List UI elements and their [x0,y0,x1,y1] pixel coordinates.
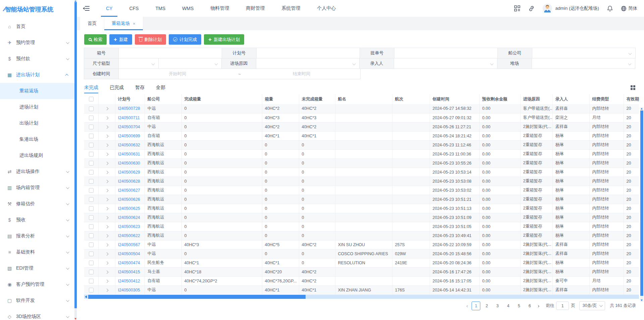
result-tab[interactable]: 已完成 [110,82,124,93]
plan-no-link[interactable]: I240500629 [118,170,140,175]
result-tab[interactable]: 全部 [156,82,165,93]
nav-item-cy[interactable]: CY [98,0,121,17]
plan-no-link[interactable]: I240500412 [118,279,140,283]
nav-item-商财管理[interactable]: 商财管理 [237,0,273,17]
bl-no-input[interactable] [394,48,497,58]
plan-no-link[interactable]: I240500474 [118,261,140,265]
language-switch[interactable]: 简体 [621,5,637,11]
horizontal-scrollbar-thumb[interactable] [88,295,306,299]
row-checkbox[interactable] [89,188,94,193]
plan-no-link[interactable]: I240500631 [118,152,140,156]
expand-row-icon[interactable] [105,243,108,246]
nav-item-个人中心[interactable]: 个人中心 [309,0,344,17]
sidebar-item[interactable]: ⌂首页 [0,18,74,35]
sidebar-scrollbar[interactable] [74,0,77,320]
create-button[interactable]: +新建 [109,34,132,45]
notification-bell-icon[interactable] [607,5,613,12]
container-no-input[interactable] [119,48,222,58]
row-checkbox[interactable] [89,197,94,202]
expand-row-icon[interactable] [105,279,108,283]
scroll-down-arrow-icon[interactable] [641,300,643,301]
page-number[interactable]: 5 [515,302,523,310]
sidebar-item[interactable]: $预收 [0,212,74,228]
result-tab[interactable]: 暂存 [135,82,145,93]
vertical-scrollbar[interactable] [640,107,643,302]
plan-no-link[interactable]: I240500567 [118,242,140,247]
search-button[interactable]: 检索 [84,34,107,45]
sidebar-item[interactable]: ▦进出场计划 [0,67,74,83]
sidebar-item[interactable]: ⇄进出场操作 [0,164,74,180]
size-type-select-2[interactable] [158,58,222,69]
sidebar-item[interactable]: ▥场内箱管理 [0,180,74,196]
plan-no-link[interactable]: I240500704 [118,125,140,129]
plan-no-link[interactable]: I240500632 [118,143,140,147]
column-settings-icon[interactable] [631,85,635,90]
expand-row-icon[interactable] [105,116,108,120]
row-checkbox[interactable] [89,179,94,184]
row-checkbox[interactable] [89,215,94,220]
page-number[interactable]: 2 [482,302,491,310]
plan-no-link[interactable]: I240500627 [118,188,140,193]
expand-row-icon[interactable] [105,162,108,165]
sidebar-item[interactable]: ◇3D场控场区 [0,309,74,320]
row-checkbox[interactable] [89,233,94,238]
expand-row-icon[interactable] [105,216,108,219]
sidebar-subitem[interactable]: 出场计划 [0,115,74,131]
row-checkbox[interactable] [89,270,94,274]
delete-plan-button[interactable]: 删除计划 [135,34,166,45]
plan-no-link[interactable]: I240500622 [118,233,140,238]
row-checkbox[interactable] [89,152,94,156]
sidebar-item[interactable]: ⚒修箱估价 [0,196,74,212]
expand-row-icon[interactable] [105,152,108,156]
plan-no-link[interactable]: I240500625 [118,206,140,211]
scroll-up-arrow-icon[interactable] [641,108,643,109]
goto-page-input[interactable] [556,302,569,310]
entered-by-select[interactable] [394,58,497,69]
plan-no-link[interactable]: I240500628 [118,179,140,184]
shipping-company-select[interactable] [532,48,636,58]
expand-row-icon[interactable] [105,288,108,292]
expand-row-icon[interactable] [105,270,108,274]
next-page-icon[interactable]: › [536,303,541,309]
sidebar-subitem[interactable]: 重箱返场 [0,83,74,99]
expand-row-icon[interactable] [105,207,108,210]
expand-row-icon[interactable] [105,134,108,138]
scroll-up-arrow-icon[interactable] [74,0,76,2]
expand-row-icon[interactable] [105,171,108,174]
expand-row-icon[interactable] [105,234,108,237]
sidebar-item[interactable]: ▧EDI管理 [0,260,74,276]
expand-row-icon[interactable] [105,261,108,265]
link-icon[interactable] [528,5,535,12]
expand-row-icon[interactable] [105,198,108,201]
plan-no-link[interactable]: I240500728 [118,106,140,111]
row-checkbox[interactable] [89,134,94,138]
plan-no-link[interactable]: I240500623 [118,224,140,229]
document-tab[interactable]: 重箱返场× [104,17,143,30]
row-checkbox[interactable] [89,252,94,256]
expand-row-icon[interactable] [105,252,108,256]
sidebar-item[interactable]: ▤报表分析 [0,228,74,244]
plan-no-link[interactable]: I240500305 [118,288,140,292]
sidebar-collapse-icon[interactable] [83,6,90,11]
sidebar-item[interactable]: ▢软件开发 [0,292,74,309]
scroll-left-arrow-icon[interactable] [85,295,87,298]
prev-page-icon[interactable]: ‹ [465,303,470,309]
vertical-scrollbar-thumb[interactable] [640,110,643,296]
row-checkbox[interactable] [89,279,94,283]
row-checkbox[interactable] [89,116,94,120]
nav-item-tms[interactable]: TMS [147,0,174,17]
expand-row-icon[interactable] [105,107,108,110]
row-checkbox[interactable] [89,170,94,175]
scroll-down-arrow-icon[interactable] [74,318,76,320]
page-number[interactable]: 6 [525,302,534,310]
page-number[interactable]: 3 [493,302,502,310]
sidebar-subitem[interactable]: 集港出场 [0,131,74,147]
sidebar-subitem[interactable]: 进出场规则 [0,147,74,164]
plan-no-link[interactable]: I240500504 [118,252,140,256]
expand-row-icon[interactable] [105,225,108,228]
horizontal-scrollbar[interactable] [84,295,639,299]
row-checkbox[interactable] [89,106,94,111]
expand-row-icon[interactable] [105,143,108,147]
qrcode-icon[interactable] [514,5,520,11]
row-checkbox[interactable] [89,161,94,166]
